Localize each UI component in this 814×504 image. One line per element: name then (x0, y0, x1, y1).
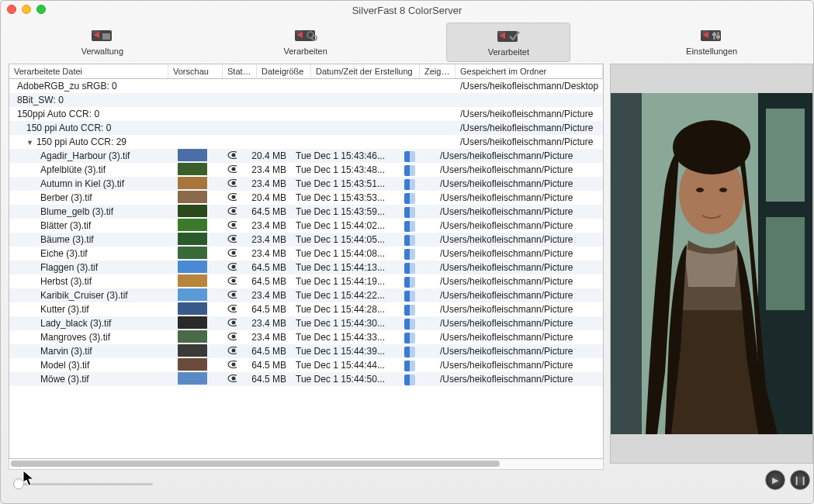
table-row[interactable]: Eiche (3).tif23.4 MBTue Dec 1 15:44:08..… (9, 247, 603, 261)
table-row[interactable]: Model (3).tif64.5 MBTue Dec 1 15:44:44..… (9, 358, 603, 372)
eye-icon[interactable] (223, 149, 237, 163)
scrollbar-thumb[interactable] (11, 461, 500, 467)
eye-icon[interactable] (223, 261, 237, 274)
table-body[interactable]: AdobeRGB_zu sRGB: 0/Users/heikofleischma… (9, 79, 604, 459)
finder-icon[interactable] (400, 358, 435, 372)
thumbnail (168, 219, 223, 233)
horizontal-scrollbar[interactable] (9, 459, 604, 470)
eye-icon[interactable] (223, 316, 237, 330)
table-row[interactable]: Herbst (3).tif64.5 MBTue Dec 1 15:44:19.… (9, 274, 603, 288)
group-row[interactable]: 150ppi Auto CCR: 0/Users/heikofleischman… (9, 107, 603, 121)
file-name: Marvin (3).tif (9, 344, 168, 358)
eye-icon[interactable] (223, 358, 237, 372)
group-row[interactable]: 8Bit_SW: 0 (9, 93, 603, 107)
group-row[interactable]: 150 ppi Auto CCR: 0/Users/heikofleischma… (9, 121, 603, 135)
table-row[interactable]: Berber (3).tif20.4 MBTue Dec 1 15:43:53.… (9, 191, 603, 205)
eye-icon[interactable] (223, 247, 237, 261)
table-row[interactable]: Agadir_Harbour (3).tif20.4 MBTue Dec 1 1… (9, 149, 603, 163)
finder-icon[interactable] (400, 177, 435, 191)
finder-icon[interactable] (400, 191, 435, 205)
file-name: Möwe (3).tif (9, 372, 168, 386)
svg-rect-53 (766, 217, 805, 310)
file-name: Karibik_Cruiser (3).tif (9, 288, 168, 302)
file-date: Tue Dec 1 15:44:30... (291, 316, 400, 330)
col-status[interactable]: Status (223, 64, 257, 78)
col-file[interactable]: Verarbeitete Datei (9, 64, 168, 78)
table-row[interactable]: Mangroves (3).tif23.4 MBTue Dec 1 15:44:… (9, 330, 603, 344)
table-row[interactable]: Bäume (3).tif23.4 MBTue Dec 1 15:44:05..… (9, 233, 603, 247)
minimize-icon[interactable] (22, 5, 31, 14)
maximize-icon[interactable] (36, 5, 46, 14)
play-button[interactable]: ▶ (765, 470, 785, 490)
table-row[interactable]: Apfelblüte (3).tif23.4 MBTue Dec 1 15:43… (9, 163, 603, 177)
finder-icon[interactable] (400, 274, 435, 288)
group-row[interactable]: 150 ppi Auto CCR: 29/Users/heikofleischm… (9, 135, 603, 149)
finder-icon[interactable] (400, 163, 435, 177)
eye-icon[interactable] (223, 191, 237, 205)
file-path: /Users/heikofleischmann/Picture (435, 177, 603, 191)
svg-point-40 (232, 321, 236, 325)
file-name: Lady_black (3).tif (9, 316, 168, 330)
finder-icon[interactable] (400, 219, 435, 233)
tab-einstellungen[interactable]: Einstellungen (649, 22, 774, 62)
eye-icon[interactable] (223, 274, 237, 288)
file-date: Tue Dec 1 15:43:53... (291, 191, 400, 205)
group-path: /Users/heikofleischmann/Picture (455, 107, 603, 121)
eye-icon[interactable] (223, 344, 237, 358)
finder-icon[interactable] (400, 344, 435, 358)
table-row[interactable]: Flaggen (3).tif64.5 MBTue Dec 1 15:44:13… (9, 261, 603, 274)
table-row[interactable]: Lady_black (3).tif23.4 MBTue Dec 1 15:44… (9, 316, 603, 330)
table-row[interactable]: Blume_gelb (3).tif64.5 MBTue Dec 1 15:43… (9, 205, 603, 219)
file-name: Blätter (3).tif (9, 219, 168, 233)
svg-point-28 (232, 237, 236, 241)
eye-icon[interactable] (223, 205, 237, 219)
table-row[interactable]: Autumn in Kiel (3).tif23.4 MBTue Dec 1 1… (9, 177, 603, 191)
tab-verwaltung[interactable]: Verwaltung (40, 22, 165, 62)
svg-point-20 (232, 181, 236, 185)
eye-icon[interactable] (223, 330, 237, 344)
eye-icon[interactable] (223, 233, 237, 247)
col-preview[interactable]: Vorschau (168, 64, 223, 78)
col-date[interactable]: Datum/Zeit der Erstellung (311, 64, 420, 78)
thumbnail (168, 274, 223, 288)
svg-point-32 (232, 265, 236, 269)
eye-icon[interactable] (223, 219, 237, 233)
table-row[interactable]: Kutter (3).tif64.5 MBTue Dec 1 15:44:28.… (9, 302, 603, 316)
file-size: 23.4 MB (237, 247, 291, 261)
finder-icon[interactable] (400, 316, 435, 330)
file-path: /Users/heikofleischmann/Picture (435, 191, 603, 205)
file-name: Blume_gelb (3).tif (9, 205, 168, 219)
tab-verarbeiten[interactable]: Verarbeiten (244, 22, 368, 62)
col-path[interactable]: Gespeichert im Ordner (455, 64, 603, 78)
pause-button[interactable]: ❙❙ (790, 470, 810, 490)
finder-icon[interactable] (400, 247, 435, 261)
file-path: /Users/heikofleischmann/Picture (435, 358, 603, 372)
tab-verarbeitet[interactable]: Verarbeitet (446, 22, 570, 62)
finder-icon[interactable] (400, 261, 435, 274)
group-row[interactable]: AdobeRGB_zu sRGB: 0/Users/heikofleischma… (9, 79, 603, 93)
table-row[interactable]: Karibik_Cruiser (3).tif23.4 MBTue Dec 1 … (9, 288, 603, 302)
close-icon[interactable] (7, 5, 16, 14)
group-name: 150 ppi Auto CCR: 29 (9, 135, 168, 149)
eye-icon[interactable] (223, 288, 237, 302)
col-size[interactable]: Dateigröße (257, 64, 311, 78)
eye-icon[interactable] (223, 302, 237, 316)
file-size: 64.5 MB (237, 358, 291, 372)
finder-icon[interactable] (400, 205, 435, 219)
file-path: /Users/heikofleischmann/Picture (435, 344, 603, 358)
finder-icon[interactable] (400, 149, 435, 163)
finder-icon[interactable] (400, 233, 435, 247)
finder-icon[interactable] (400, 288, 435, 302)
finder-icon[interactable] (400, 302, 435, 316)
table-row[interactable]: Marvin (3).tif64.5 MBTue Dec 1 15:44:39.… (9, 344, 603, 358)
table-row[interactable]: Möwe (3).tif64.5 MBTue Dec 1 15:44:50...… (9, 372, 603, 386)
eye-icon[interactable] (223, 163, 237, 177)
finder-icon[interactable] (400, 372, 435, 386)
table-row[interactable]: Blätter (3).tif23.4 MBTue Dec 1 15:44:02… (9, 219, 603, 233)
svg-rect-52 (766, 109, 805, 202)
col-show[interactable]: Zeige i (420, 64, 455, 78)
eye-icon[interactable] (223, 372, 237, 386)
finder-icon[interactable] (400, 330, 435, 344)
eye-icon[interactable] (223, 177, 237, 191)
svg-point-24 (232, 209, 236, 213)
